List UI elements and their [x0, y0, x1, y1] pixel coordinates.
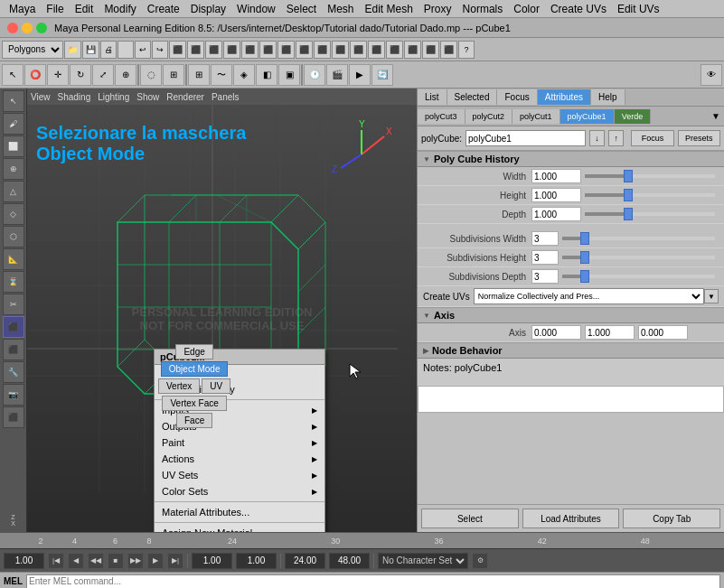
- depth-input[interactable]: [531, 207, 581, 221]
- next-key-btn[interactable]: ▶|: [167, 553, 183, 569]
- ctx-material-attributes[interactable]: Material Attributes...: [155, 504, 324, 520]
- tool-11-active[interactable]: ⬛: [3, 316, 24, 338]
- toolbar-icon-8[interactable]: ⬛: [187, 41, 204, 59]
- menu-normals[interactable]: Normals: [457, 3, 509, 15]
- toolbar-icon-16[interactable]: ⬛: [332, 41, 349, 59]
- prev-frame-btn[interactable]: ◀: [68, 553, 84, 569]
- tool-12[interactable]: ⬛: [3, 339, 24, 360]
- height-slider[interactable]: [585, 193, 715, 197]
- toolbar-icon-23[interactable]: ?: [458, 41, 475, 59]
- snap-grid-btn[interactable]: ⊞: [188, 64, 210, 86]
- node-tab-polycut3[interactable]: polyCut3: [418, 109, 465, 124]
- tool-3[interactable]: ⬜: [3, 135, 24, 157]
- node-copy-btn[interactable]: ↑: [608, 130, 624, 146]
- depth-slider[interactable]: [585, 212, 715, 216]
- tool-13[interactable]: 🔧: [3, 361, 24, 383]
- render-btn[interactable]: ▶: [349, 64, 371, 86]
- vp-menu-renderer[interactable]: Renderer: [166, 92, 204, 102]
- show-hide-btn[interactable]: 👁: [700, 64, 722, 86]
- node-name-input[interactable]: [465, 130, 586, 146]
- tool-4[interactable]: ⊕: [3, 158, 24, 180]
- menu-modify[interactable]: Modify: [99, 3, 141, 15]
- current-frame-input[interactable]: [4, 553, 44, 569]
- close-button[interactable]: [7, 23, 18, 33]
- mel-input[interactable]: [26, 574, 720, 589]
- copy-tab-button[interactable]: Copy Tab: [623, 509, 720, 528]
- face-mask-btn[interactable]: Face: [176, 413, 212, 428]
- height-input[interactable]: [531, 188, 581, 202]
- select-button[interactable]: Select: [421, 509, 519, 528]
- toolbar-icon-13[interactable]: ⬛: [277, 41, 295, 59]
- create-uvs-btn[interactable]: ▼: [704, 289, 719, 303]
- object-mode-mask-btn[interactable]: Object Mode: [161, 361, 229, 377]
- menu-mesh[interactable]: Mesh: [322, 3, 359, 15]
- subdiv-height-input[interactable]: [531, 250, 559, 265]
- tab-list[interactable]: List: [418, 89, 447, 105]
- ctx-assign-new-material[interactable]: Assign New Material: [155, 525, 324, 532]
- playback-start-input[interactable]: [236, 553, 277, 569]
- toolbar-icon-7[interactable]: ⬛: [169, 41, 186, 59]
- toolbar-icon-15[interactable]: ⬛: [314, 41, 331, 59]
- prev-key-btn[interactable]: |◀: [48, 553, 64, 569]
- toolbar-icon-2[interactable]: 💾: [82, 41, 99, 59]
- width-input[interactable]: [531, 169, 581, 183]
- load-attributes-button[interactable]: Load Attributes: [522, 509, 620, 528]
- toolbar-icon-20[interactable]: ⬛: [404, 41, 421, 59]
- next-frame-btn[interactable]: ▶: [147, 553, 164, 569]
- tool-8[interactable]: 📐: [3, 248, 24, 270]
- play-fwd-btn[interactable]: ▶▶: [127, 553, 144, 569]
- subdiv-width-input[interactable]: [531, 231, 559, 246]
- toolbar-icon-4[interactable]: [118, 41, 134, 59]
- menu-maya[interactable]: Maya: [4, 3, 41, 15]
- viewport[interactable]: View Shading Lighting Show Renderer Pane…: [27, 89, 417, 532]
- vertex-mask-btn[interactable]: Vertex: [158, 378, 200, 394]
- toolbar-icon-5[interactable]: ↩: [135, 41, 151, 59]
- vp-menu-show[interactable]: Show: [136, 92, 159, 102]
- toolbar-icon-11[interactable]: ⬛: [241, 41, 259, 59]
- toolbar-icon-21[interactable]: ⬛: [422, 41, 439, 59]
- menu-create-uvs[interactable]: Create UVs: [545, 3, 612, 15]
- maximize-button[interactable]: [36, 23, 47, 33]
- character-set-select[interactable]: No Character Set: [378, 553, 468, 569]
- presets-button[interactable]: Presets: [678, 130, 720, 146]
- vp-menu-panels[interactable]: Panels: [212, 92, 240, 102]
- ctx-paint[interactable]: Paint: [155, 434, 324, 451]
- tab-focus[interactable]: Focus: [497, 89, 537, 105]
- range-end-input[interactable]: [285, 553, 325, 569]
- notes-textbox[interactable]: [418, 386, 724, 413]
- toolbar-icon-9[interactable]: ⬛: [205, 41, 222, 59]
- vp-menu-view[interactable]: View: [31, 92, 51, 102]
- tl-settings-btn[interactable]: ⚙: [472, 553, 488, 569]
- snap-point-btn[interactable]: ◈: [233, 64, 255, 86]
- tool-5[interactable]: △: [3, 181, 24, 202]
- menu-file[interactable]: File: [41, 3, 69, 15]
- tool-paint[interactable]: 🖌: [3, 113, 24, 135]
- stop-btn[interactable]: ■: [108, 553, 124, 569]
- menu-window[interactable]: Window: [231, 3, 281, 15]
- ctx-actions[interactable]: Actions: [155, 451, 324, 467]
- toolbar-icon-10[interactable]: ⬛: [223, 41, 240, 59]
- play-back-btn[interactable]: ◀◀: [88, 553, 104, 569]
- toolbar-icon-1[interactable]: 📁: [64, 41, 81, 59]
- playback-end-input[interactable]: [329, 553, 370, 569]
- render-settings-btn[interactable]: 🎬: [326, 64, 348, 86]
- tool-15[interactable]: ⬛: [3, 406, 24, 428]
- history-btn[interactable]: 🕐: [304, 64, 325, 86]
- range-start-input[interactable]: [192, 553, 232, 569]
- focus-button[interactable]: Focus: [631, 130, 673, 146]
- node-tab-polycube1[interactable]: polyCube1: [560, 109, 615, 124]
- tool-select[interactable]: ↖: [3, 90, 24, 112]
- lasso-tool-btn[interactable]: ⭕: [24, 64, 46, 86]
- node-tab-verde[interactable]: Verde: [615, 109, 652, 124]
- scale-tool-btn[interactable]: ⤢: [92, 64, 114, 86]
- universal-tool-btn[interactable]: ⊕: [115, 64, 136, 86]
- tool-9[interactable]: ⌛: [3, 271, 24, 293]
- menu-create[interactable]: Create: [142, 3, 185, 15]
- snap-curve-btn[interactable]: 〜: [211, 64, 232, 86]
- menu-edit-mesh[interactable]: Edit Mesh: [360, 3, 418, 15]
- snap-view-btn[interactable]: ◧: [256, 64, 277, 86]
- soft-mod-btn[interactable]: ◌: [140, 64, 162, 86]
- tool-6[interactable]: ◇: [3, 203, 24, 225]
- attributes-scroll-area[interactable]: Poly Cube History Width Height: [418, 151, 724, 504]
- move-tool-btn[interactable]: ✛: [47, 64, 69, 86]
